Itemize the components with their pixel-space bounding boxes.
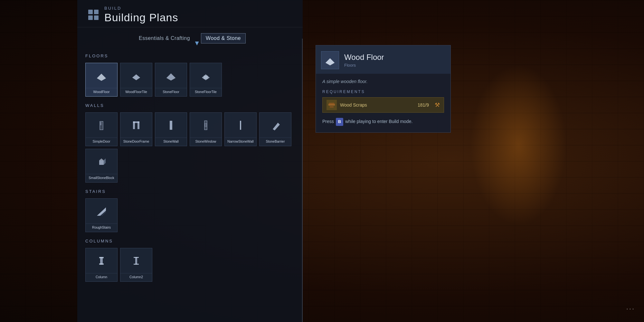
tab-wood-stone[interactable]: Wood & Stone <box>201 33 246 43</box>
svg-rect-39 <box>135 257 137 265</box>
req-amount: 181/9 <box>418 102 429 108</box>
svg-rect-28 <box>99 160 104 165</box>
svg-marker-29 <box>99 158 104 160</box>
stairs-grid: RoughStairs <box>85 198 295 232</box>
press-hint-text: Press <box>322 119 334 124</box>
svg-rect-38 <box>99 263 104 265</box>
wood-floor-icon <box>86 63 117 88</box>
requirements-label: REQUIREMENTS <box>316 90 450 97</box>
column-2-icon <box>120 248 152 273</box>
requirement-row: Wood Scraps 181/9 ⚒ <box>322 97 444 113</box>
svg-rect-47 <box>330 106 334 108</box>
wood-floor-tile-label: WoodFloorTile <box>120 88 152 96</box>
svg-rect-37 <box>99 257 104 258</box>
req-craft-icon: ⚒ <box>435 101 440 109</box>
walls-grid: SimpleDoor StoneDoorFrame <box>85 112 295 183</box>
item-simple-door[interactable]: SimpleDoor <box>85 112 118 146</box>
rough-stairs-label: RoughStairs <box>86 223 117 232</box>
item-narrow-stone-wall[interactable]: NarrowStoneWall <box>224 112 257 146</box>
tabs-row: Essentials & Crafting Wood & Stone <box>77 27 303 46</box>
item-stone-barrier[interactable]: StoneBarrier <box>259 112 291 146</box>
item-wood-floor-tile[interactable]: WoodFloorTile <box>120 63 152 97</box>
column-2-label: Column2 <box>120 273 152 281</box>
stone-barrier-label: StoneBarrier <box>260 137 291 146</box>
build-icon <box>87 8 100 21</box>
torch-glow <box>470 64 567 225</box>
stone-floor-label: StoneFloor <box>155 88 187 96</box>
stone-wall-icon <box>155 113 187 137</box>
svg-rect-2 <box>88 15 93 20</box>
build-label: BUILD <box>104 6 178 11</box>
svg-rect-1 <box>94 10 99 14</box>
simple-door-label: SimpleDoor <box>86 137 117 146</box>
section-stairs-label: STAIRS <box>85 189 295 194</box>
wood-floor-label: WoodFloor <box>86 88 117 96</box>
press-hint-after: while playing to enter Build mode. <box>345 119 412 124</box>
floors-grid: WoodFloor WoodFloorTile <box>85 63 295 97</box>
tab-indicator <box>195 42 199 45</box>
info-panel: Wood Floor Floors A simple wooden floor.… <box>316 45 451 133</box>
svg-rect-17 <box>100 122 101 125</box>
section-walls-label: WALLS <box>85 103 295 108</box>
svg-marker-9 <box>166 73 175 80</box>
item-column-2[interactable]: Column2 <box>120 248 152 282</box>
svg-rect-3 <box>94 15 99 20</box>
item-stone-window[interactable]: StoneWindow <box>190 112 222 146</box>
svg-rect-25 <box>205 123 207 127</box>
content-area[interactable]: FLOORS WoodFloor <box>77 46 303 322</box>
item-stone-floor[interactable]: StoneFloor <box>155 63 187 97</box>
wood-floor-tile-icon <box>120 63 152 88</box>
stone-window-label: StoneWindow <box>190 137 222 146</box>
svg-rect-40 <box>134 257 139 258</box>
svg-rect-41 <box>134 264 139 265</box>
section-columns-label: COLUMNS <box>85 239 295 243</box>
item-stone-door-frame[interactable]: StoneDoorFrame <box>120 112 152 146</box>
req-wood-scraps-icon <box>327 100 337 110</box>
columns-grid: Column Column2 <box>85 248 295 282</box>
narrow-stone-wall-icon <box>225 113 256 137</box>
rough-stairs-icon <box>86 199 117 223</box>
narrow-stone-wall-label: NarrowStoneWall <box>225 137 256 146</box>
simple-door-icon <box>86 113 117 137</box>
press-hint: Press B while playing to enter Build mod… <box>316 113 450 126</box>
item-stone-floor-tile[interactable]: StoneFloorTile <box>190 63 222 97</box>
item-wood-floor[interactable]: WoodFloor <box>85 63 118 97</box>
info-title: Wood Floor <box>344 53 384 62</box>
stone-floor-tile-label: StoneFloorTile <box>190 88 222 96</box>
svg-marker-4 <box>97 74 106 81</box>
column-1-icon <box>86 248 117 273</box>
small-stone-block-icon <box>86 149 117 174</box>
stone-floor-tile-icon <box>190 63 222 88</box>
stone-window-icon <box>190 113 222 137</box>
svg-marker-30 <box>104 158 106 165</box>
item-small-stone-block[interactable]: SmallStoneBlock <box>85 149 118 183</box>
svg-rect-21 <box>170 121 172 130</box>
stone-wall-label: StoneWall <box>155 137 187 146</box>
tab-essentials[interactable]: Essentials & Crafting <box>134 33 194 43</box>
item-rough-stairs[interactable]: RoughStairs <box>85 198 118 232</box>
panel-divider <box>302 39 303 322</box>
svg-rect-15 <box>204 76 208 79</box>
panel-header: BUILD Building Plans <box>77 0 303 27</box>
svg-rect-46 <box>329 103 334 104</box>
info-subtitle: Floors <box>344 63 384 68</box>
key-badge: B <box>336 118 343 126</box>
main-panel: BUILD Building Plans Essentials & Crafti… <box>77 0 303 322</box>
stone-door-frame-icon <box>120 113 152 137</box>
svg-marker-27 <box>273 123 280 130</box>
page-title: Building Plans <box>104 11 178 24</box>
stone-floor-icon <box>155 63 187 88</box>
item-stone-wall[interactable]: StoneWall <box>155 112 187 146</box>
svg-marker-42 <box>326 58 335 65</box>
stone-door-frame-label: StoneDoorFrame <box>120 137 152 146</box>
item-column-1[interactable]: Column <box>85 248 118 282</box>
chat-dots[interactable]: ··· <box>626 305 635 313</box>
column-1-label: Column <box>86 273 117 281</box>
info-description: A simple wooden floor. <box>316 74 450 90</box>
svg-rect-26 <box>240 121 241 130</box>
stone-barrier-icon <box>260 113 291 137</box>
svg-rect-0 <box>88 10 93 14</box>
section-floors-label: FLOORS <box>85 53 295 58</box>
small-stone-block-label: SmallStoneBlock <box>86 174 117 182</box>
svg-rect-20 <box>133 121 139 123</box>
